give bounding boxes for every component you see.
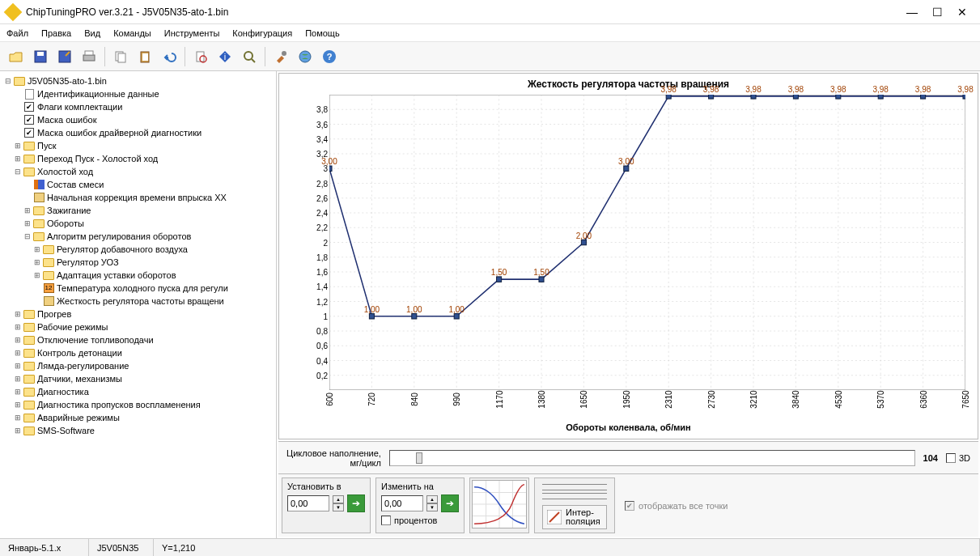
status-ecu: Январь-5.1.x <box>0 539 89 556</box>
show-all-row: ✔ отображать все точки <box>620 477 732 533</box>
tree-item[interactable]: Аварийные режимы <box>37 411 120 424</box>
tree-toggle[interactable]: ⊞ <box>13 411 23 424</box>
zoom-icon[interactable] <box>238 45 261 68</box>
chart[interactable]: Жесткость регулятора частоты вращения Ко… <box>278 73 978 439</box>
tree-toggle[interactable]: ⊟ <box>23 230 32 243</box>
tree-item[interactable]: Отключение топливоподачи <box>37 333 154 346</box>
tree-item-selected[interactable]: Жесткость регулятора частоты вращени <box>57 295 224 308</box>
tree-item[interactable]: Маска ошибок <box>37 113 96 126</box>
slider-thumb[interactable] <box>416 452 422 464</box>
tree-toggle[interactable]: ⊞ <box>32 256 42 269</box>
world-icon[interactable] <box>294 45 316 68</box>
tree-item[interactable]: Переход Пуск - Холостой ход <box>37 152 158 165</box>
tree-item[interactable]: Лямда-регулирование <box>37 359 129 372</box>
tree-toggle[interactable]: ⊞ <box>13 424 23 437</box>
ruler-bottom[interactable] <box>542 493 607 499</box>
tree-item[interactable]: Диагностика <box>37 385 89 398</box>
paste-icon[interactable] <box>134 45 156 68</box>
tree-item[interactable]: Рабочие режимы <box>37 320 108 333</box>
checkbox-show-all: ✔ <box>625 501 634 511</box>
open-icon[interactable] <box>5 45 28 68</box>
tree-item[interactable]: Температура холодного пуска для регули <box>57 282 228 295</box>
tree-item[interactable]: Обороты <box>47 217 84 230</box>
maximize-button[interactable]: ☐ <box>932 6 943 19</box>
save-as-icon[interactable] <box>53 45 76 68</box>
tree-toggle[interactable]: ⊞ <box>32 243 42 256</box>
change-input[interactable]: 0,00 <box>381 495 423 511</box>
tree-toggle[interactable]: ⊞ <box>13 152 23 165</box>
minimize-button[interactable]: — <box>906 6 918 19</box>
menu-tools[interactable]: Инструменты <box>164 28 220 38</box>
close-button[interactable]: ✕ <box>957 6 967 19</box>
ruler-top[interactable] <box>542 484 607 490</box>
tree-item[interactable]: Холостой ход <box>37 165 93 178</box>
slider-track[interactable] <box>389 450 915 466</box>
svg-rect-62 <box>666 95 671 99</box>
svg-rect-3 <box>83 55 95 61</box>
tree-toggle[interactable]: ⊞ <box>23 204 32 217</box>
tools-icon[interactable] <box>269 45 292 68</box>
tree-item[interactable]: Регулятор добавочного воздуха <box>57 243 188 256</box>
tree-item[interactable]: Идентификационные данные <box>37 87 159 100</box>
menu-view[interactable]: Вид <box>84 28 100 38</box>
tree-toggle[interactable]: ⊞ <box>13 385 23 398</box>
svg-rect-63 <box>709 95 714 99</box>
tree-toggle[interactable]: ⊞ <box>13 398 23 411</box>
menu-commands[interactable]: Команды <box>113 28 151 38</box>
checkbox-3d[interactable] <box>946 453 956 463</box>
tree-toggle[interactable]: ⊞ <box>13 333 23 346</box>
checkbox-percent[interactable] <box>381 516 391 525</box>
tree-item[interactable]: Регулятор УОЗ <box>57 256 119 269</box>
tree-item[interactable]: Диагностика пропусков воспламенения <box>37 398 201 411</box>
tree-item[interactable]: Флаги комплектации <box>37 100 122 113</box>
slider-value: 104 <box>923 453 938 463</box>
tree-toggle[interactable]: ⊞ <box>13 320 23 333</box>
tree-item[interactable]: Зажигание <box>47 204 91 217</box>
tree-toggle[interactable]: ⊞ <box>23 217 32 230</box>
tree-toggle[interactable]: ⊞ <box>13 359 23 372</box>
tree-item[interactable]: Маска ошибок драйверной диагностики <box>37 126 202 139</box>
tree-root[interactable]: J5V05N35-ato-1.bin <box>28 74 107 87</box>
tree-toggle[interactable]: ⊟ <box>3 74 13 87</box>
svg-point-14 <box>282 51 286 56</box>
info-icon[interactable]: i <box>214 45 236 68</box>
tree-item[interactable]: Пуск <box>37 139 57 152</box>
menu-file[interactable]: Файл <box>6 28 28 38</box>
print-icon[interactable] <box>78 45 100 68</box>
svg-rect-69 <box>963 95 965 99</box>
ruler-panel: Интер- поляция <box>534 477 615 533</box>
menu-config[interactable]: Конфигурация <box>232 28 292 38</box>
tree-toggle[interactable]: ⊞ <box>13 308 23 320</box>
tree-item[interactable]: Датчики, механизмы <box>37 372 122 385</box>
tree-item[interactable]: Состав смеси <box>47 178 104 191</box>
find-icon[interactable] <box>189 45 212 68</box>
tree-item[interactable]: Начальная коррекция времени впрыска ХХ <box>47 191 227 204</box>
tree-toggle[interactable]: ⊟ <box>13 165 23 178</box>
menu-edit[interactable]: Правка <box>41 28 71 38</box>
tree-item[interactable]: Прогрев <box>37 308 71 320</box>
tree-toggle[interactable]: ⊞ <box>13 346 23 359</box>
change-apply-button[interactable]: ➔ <box>441 494 459 512</box>
tree-item[interactable]: Адаптация уставки оборотов <box>57 269 176 282</box>
tree-panel[interactable]: ⊟J5V05N35-ato-1.bin Идентификационные да… <box>0 71 277 538</box>
svg-rect-8 <box>142 53 148 61</box>
undo-icon[interactable] <box>158 45 180 68</box>
tree-item[interactable]: Алгоритм регулирования оборотов <box>47 230 191 243</box>
tree-item[interactable]: SMS-Software <box>37 424 95 437</box>
set-spinner[interactable]: ▲▼ <box>333 495 344 511</box>
menu-help[interactable]: Помощь <box>305 28 340 38</box>
save-icon[interactable] <box>29 45 52 68</box>
change-spinner[interactable]: ▲▼ <box>426 495 438 511</box>
copy-icon[interactable] <box>109 45 132 68</box>
tree-toggle[interactable]: ⊞ <box>13 372 23 385</box>
set-input[interactable]: 0,00 <box>287 495 329 511</box>
tree-item[interactable]: Контроль детонации <box>37 346 122 359</box>
help-icon[interactable]: ? <box>318 45 341 68</box>
tree-toggle[interactable]: ⊞ <box>13 139 23 152</box>
app-icon <box>4 2 23 21</box>
tree-toggle[interactable]: ⊞ <box>32 269 42 282</box>
set-apply-button[interactable]: ➔ <box>347 494 365 512</box>
interpolate-button[interactable]: Интер- поляция <box>542 505 607 529</box>
curve-preview-icon[interactable] <box>472 480 527 528</box>
svg-rect-67 <box>878 95 883 99</box>
